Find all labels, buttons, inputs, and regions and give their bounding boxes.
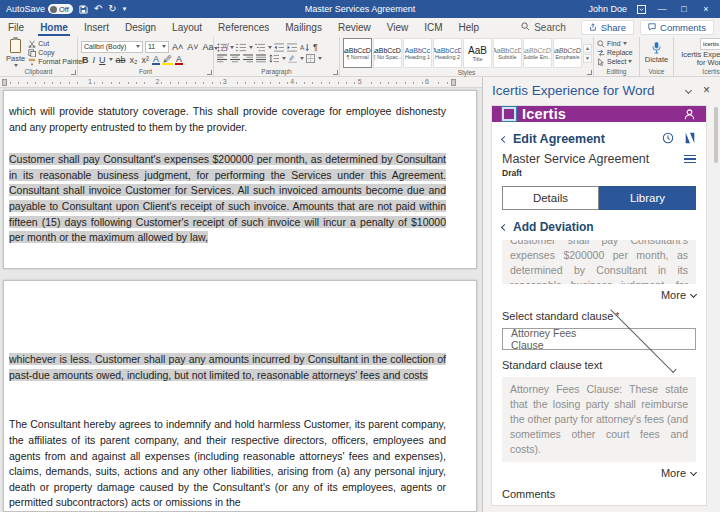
subscript-button[interactable]: x₂ [129, 55, 139, 65]
user-name[interactable]: John Doe [588, 4, 627, 14]
comments-textarea[interactable]: Deviation added [502, 505, 696, 506]
style-card[interactable]: AaBbCcHeading 1 [403, 38, 432, 68]
menu-tab-file[interactable]: File [0, 18, 32, 36]
redo-icon[interactable]: ↻ [108, 4, 116, 14]
menu-tab-icm[interactable]: ICM [416, 18, 450, 36]
align-center-icon[interactable] [230, 54, 241, 63]
style-card[interactable]: AaBbCcDdSubtle Em... [523, 38, 552, 68]
style-card[interactable]: AaBbCcDd¶ No Spac... [373, 38, 402, 68]
paste-button[interactable]: Paste [3, 39, 28, 67]
quick-access-caret-icon[interactable]: ▾ [123, 4, 127, 14]
menu-tab-design[interactable]: Design [117, 18, 164, 36]
underline-button[interactable]: U [98, 55, 107, 65]
style-card[interactable]: AaBbCcDdEmphasis [553, 38, 582, 68]
bold-button[interactable]: B [81, 55, 90, 65]
dictate-button[interactable]: Dictate [642, 41, 671, 64]
close-icon[interactable]: × [700, 4, 712, 14]
maximize-icon[interactable]: □ [678, 4, 690, 14]
save-icon[interactable] [79, 5, 88, 14]
indent-marker-left[interactable] [2, 79, 7, 86]
page-1[interactable]: which will provide statutory coverage. T… [3, 90, 477, 269]
share-button[interactable]: Share [581, 20, 634, 35]
add-deviation-back-chevron-icon[interactable] [501, 224, 508, 231]
minimize-icon[interactable]: — [656, 4, 668, 14]
paragraph[interactable]: The Consultant hereby agrees to indemnif… [9, 417, 446, 511]
undo-icon[interactable]: ↶ [94, 4, 102, 14]
ruler[interactable]: 123456 [0, 77, 482, 88]
underline-caret-icon[interactable] [109, 58, 113, 61]
task-pane-menu-caret-icon[interactable] [685, 86, 692, 93]
line-spacing-caret-icon[interactable] [282, 57, 286, 60]
styles-dialog-launcher-icon[interactable] [587, 70, 592, 75]
style-card[interactable]: AaBbCcDHeading 2 [433, 38, 462, 68]
menu-tab-review[interactable]: Review [330, 18, 379, 36]
standard-clause-more-link[interactable]: More [502, 467, 696, 479]
align-left-icon[interactable] [217, 54, 228, 63]
paragraph[interactable]: which will provide statutory coverage. T… [9, 104, 446, 135]
highlighted-paragraph[interactable]: whichever is less. Customer shall pay an… [9, 352, 446, 383]
highlight-color-button[interactable]: 🖉 [162, 55, 173, 65]
menu-tab-layout[interactable]: Layout [164, 18, 210, 36]
icertis-addin-button[interactable]: icertis Icertis Experience for Word [677, 38, 720, 67]
menu-tab-mailings[interactable]: Mailings [277, 18, 330, 36]
italic-button[interactable]: I [92, 55, 97, 65]
ribbon-display-options-icon[interactable] [637, 5, 646, 14]
justify-icon[interactable] [256, 54, 267, 63]
grow-font-button[interactable]: A˄ [171, 42, 184, 52]
multilevel-caret-icon[interactable] [268, 46, 272, 49]
style-card[interactable]: AaBbCcDSubtitle [493, 38, 522, 68]
menu-tab-references[interactable]: References [210, 18, 277, 36]
align-right-icon[interactable] [243, 54, 254, 63]
shrink-font-button[interactable]: A˅ [186, 42, 199, 52]
show-formatting-marks-icon[interactable]: ¶ [312, 42, 319, 52]
text-effects-button[interactable]: A [152, 55, 160, 65]
font-dialog-launcher-icon[interactable] [207, 70, 212, 75]
indent-marker-right[interactable] [451, 79, 456, 86]
superscript-button[interactable]: x² [141, 55, 151, 65]
select-button[interactable]: Select [597, 58, 633, 66]
history-clock-icon[interactable] [662, 130, 674, 148]
font-color-button[interactable]: A [175, 55, 183, 65]
back-chevron-icon[interactable] [501, 136, 508, 143]
comments-button[interactable]: Comments [640, 20, 714, 35]
agreement-menu-icon[interactable] [684, 155, 696, 164]
numbering-caret-icon[interactable] [249, 46, 253, 49]
gallery-up-icon[interactable]: ▲ [583, 44, 592, 53]
strikethrough-button[interactable]: ab [115, 55, 127, 65]
font-name-combobox[interactable]: Calibri (Body) [81, 41, 143, 53]
standard-clause-dropdown[interactable]: Attorney Fees Clause [502, 328, 696, 350]
pane-scrollbar-thumb[interactable] [714, 107, 718, 163]
bullet-list-icon[interactable] [217, 43, 228, 52]
gallery-more-icon[interactable]: ▼ [583, 54, 592, 63]
tab-details[interactable]: Details [502, 186, 599, 210]
autosave-toggle[interactable]: AutoSave Off [6, 4, 73, 14]
font-size-combobox[interactable]: 11 [145, 41, 169, 53]
highlighted-paragraph[interactable]: Customer shall pay Consultant's expenses… [9, 152, 446, 246]
task-pane-close-icon[interactable]: × [703, 83, 710, 97]
pane-scrollbar[interactable] [713, 105, 719, 510]
sort-icon[interactable]: A [300, 43, 310, 52]
increase-indent-icon[interactable] [287, 43, 298, 52]
find-button[interactable]: Find [597, 40, 633, 48]
bullet-caret-icon[interactable] [230, 46, 234, 49]
clipboard-dialog-launcher-icon[interactable] [71, 70, 76, 75]
menu-tab-help[interactable]: Help [451, 18, 488, 36]
replace-button[interactable]: Replace [597, 49, 633, 57]
line-spacing-icon[interactable] [269, 54, 280, 63]
menu-tab-insert[interactable]: Insert [76, 18, 117, 36]
menu-tab-view[interactable]: View [379, 18, 417, 36]
borders-caret-icon[interactable] [318, 57, 322, 60]
format-painter-button[interactable]: Format Painter [28, 58, 84, 66]
user-profile-icon[interactable] [683, 108, 696, 121]
multilevel-list-icon[interactable] [255, 43, 266, 52]
paragraph-dialog-launcher-icon[interactable] [333, 70, 338, 75]
tab-library[interactable]: Library [599, 186, 696, 210]
annotations-icon[interactable] [684, 130, 696, 148]
numbered-list-icon[interactable] [236, 43, 247, 52]
ribbon-search[interactable]: Search [521, 22, 566, 33]
page-2[interactable]: whichever is less. Customer shall pay an… [3, 280, 477, 512]
decrease-indent-icon[interactable] [274, 43, 285, 52]
style-card[interactable]: AaBbCcDd¶ Normal [343, 38, 372, 68]
menu-tab-home[interactable]: Home [32, 18, 76, 36]
shading-caret-icon[interactable] [300, 57, 304, 60]
